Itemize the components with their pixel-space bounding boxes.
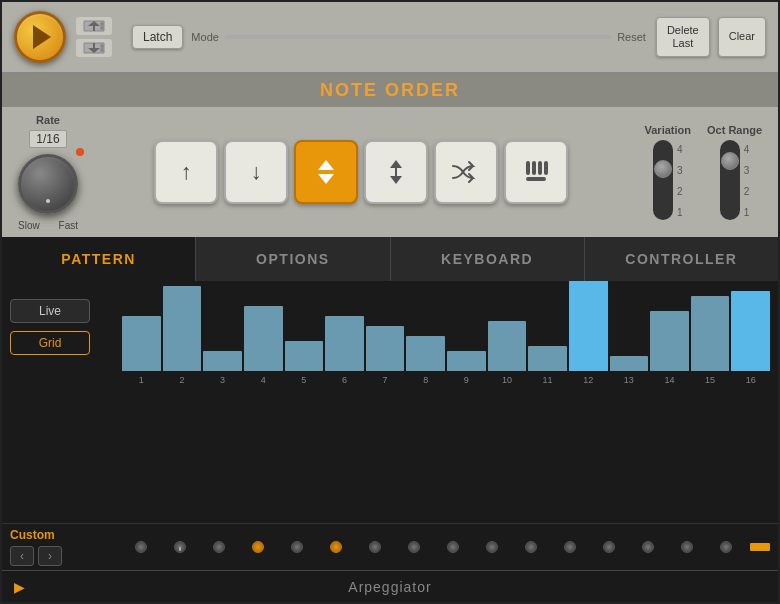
svg-marker-11 [318, 174, 334, 184]
bar-col-10: 10 [488, 321, 527, 385]
mini-ctrl-13 [590, 541, 627, 553]
custom-left: Custom ‹ › [2, 528, 122, 566]
mini-knob-4[interactable] [252, 541, 264, 553]
bar-8[interactable] [406, 336, 445, 371]
tab-keyboard[interactable]: KEYBOARD [391, 237, 585, 281]
bar-col-2: 2 [163, 286, 202, 385]
mini-knob-9[interactable] [447, 541, 459, 553]
oct-range-col: Oct Range 4 3 2 1 [707, 124, 762, 220]
grid-button[interactable]: Grid [10, 331, 90, 355]
live-button[interactable]: Live [10, 299, 90, 323]
mini-knob-6[interactable] [330, 541, 342, 553]
svg-rect-17 [532, 161, 536, 175]
bar-9[interactable] [447, 351, 486, 371]
bar-1[interactable] [122, 316, 161, 371]
oct-range-slider-area: 4 3 2 1 [720, 140, 750, 220]
bar-6[interactable] [325, 316, 364, 371]
bar-14[interactable] [650, 311, 689, 371]
clear-button[interactable]: Clear [718, 17, 766, 57]
mini-knob-8[interactable] [408, 541, 420, 553]
mini-ctrl-15 [668, 541, 705, 553]
bottom-arrow: ▶ [14, 579, 25, 595]
mini-knob-11[interactable] [525, 541, 537, 553]
bar-label-13: 13 [624, 375, 634, 385]
mini-ctrl-11 [512, 541, 549, 553]
mini-ctrl-8 [395, 541, 432, 553]
mini-knob-12[interactable] [564, 541, 576, 553]
mini-knob-7[interactable] [369, 541, 381, 553]
mini-knob-13[interactable] [603, 541, 615, 553]
note-btn-random[interactable] [434, 140, 498, 204]
variation-col: Variation 4 3 2 1 [645, 124, 691, 220]
svg-rect-19 [544, 161, 548, 175]
mini-ctrl-4 [239, 541, 276, 553]
bar-col-9: 9 [447, 351, 486, 385]
note-order-bar: NOTE ORDER [2, 74, 778, 107]
tab-options[interactable]: OPTIONS [196, 237, 390, 281]
mode-track [225, 35, 611, 39]
svg-marker-12 [390, 160, 402, 168]
bar-label-9: 9 [464, 375, 469, 385]
tab-pattern[interactable]: PATTERN [2, 237, 196, 281]
bar-15[interactable] [691, 296, 730, 371]
svg-marker-13 [390, 176, 402, 184]
oct-range-slider-track[interactable] [720, 140, 740, 220]
mini-knob-14[interactable] [642, 541, 654, 553]
svg-point-3 [100, 22, 104, 26]
knob-indicator [76, 148, 84, 156]
nav-next-button[interactable]: › [38, 546, 62, 566]
bar-13[interactable] [610, 356, 649, 371]
bar-3[interactable] [203, 351, 242, 371]
bar-label-10: 10 [502, 375, 512, 385]
mini-knob-15[interactable] [681, 541, 693, 553]
mini-knob-5[interactable] [291, 541, 303, 553]
bar-label-14: 14 [664, 375, 674, 385]
mini-ctrl-9 [434, 541, 471, 553]
arrow-icons [76, 17, 112, 57]
bar-label-16: 16 [746, 375, 756, 385]
fast-label: Fast [59, 220, 78, 231]
mini-knob-10[interactable] [486, 541, 498, 553]
bar-label-3: 3 [220, 375, 225, 385]
arrow-icon-top [76, 17, 112, 35]
svg-rect-15 [526, 177, 546, 181]
note-btn-updown[interactable] [294, 140, 358, 204]
mini-ctrl-2 [161, 541, 198, 553]
delete-last-button[interactable]: DeleteLast [656, 17, 710, 57]
top-bar: Latch Mode Reset DeleteLast Clear [2, 2, 778, 74]
knob-wrapper [18, 154, 78, 214]
note-btn-chord[interactable] [504, 140, 568, 204]
bar-2[interactable] [163, 286, 202, 371]
bar-10[interactable] [488, 321, 527, 371]
note-buttons: ↑ ↓ [94, 140, 629, 204]
nav-prev-button[interactable]: ‹ [10, 546, 34, 566]
mini-knob-3[interactable] [213, 541, 225, 553]
rate-label: Rate [36, 114, 60, 126]
variation-slider-track[interactable] [653, 140, 673, 220]
play-button[interactable] [14, 11, 66, 63]
mini-knob-16[interactable] [720, 541, 732, 553]
note-btn-down[interactable]: ↓ [224, 140, 288, 204]
controls-section: Rate 1/16 Slow Fast ↑ ↓ [2, 107, 778, 237]
bar-12[interactable] [569, 281, 608, 371]
tab-controller[interactable]: CONTROLLER [585, 237, 778, 281]
variation-label: Variation [645, 124, 691, 136]
bar-label-5: 5 [301, 375, 306, 385]
note-btn-up[interactable]: ↑ [154, 140, 218, 204]
bar-4[interactable] [244, 306, 283, 371]
bar-5[interactable] [285, 341, 324, 371]
pattern-body: Live Grid 1 2 3 [2, 289, 778, 523]
bar-col-13: 13 [610, 356, 649, 385]
latch-button[interactable]: Latch [132, 25, 183, 49]
slow-label: Slow [18, 220, 40, 231]
bar-11[interactable] [528, 346, 567, 371]
bar-16[interactable] [731, 291, 770, 371]
mini-knob-2[interactable] [174, 541, 186, 553]
bar-col-5: 5 [285, 341, 324, 385]
rate-knob[interactable] [18, 154, 78, 214]
mini-knob-1[interactable] [135, 541, 147, 553]
bar-col-7: 7 [366, 326, 405, 385]
bar-7[interactable] [366, 326, 405, 371]
custom-label: Custom [10, 528, 55, 542]
note-btn-alt[interactable] [364, 140, 428, 204]
